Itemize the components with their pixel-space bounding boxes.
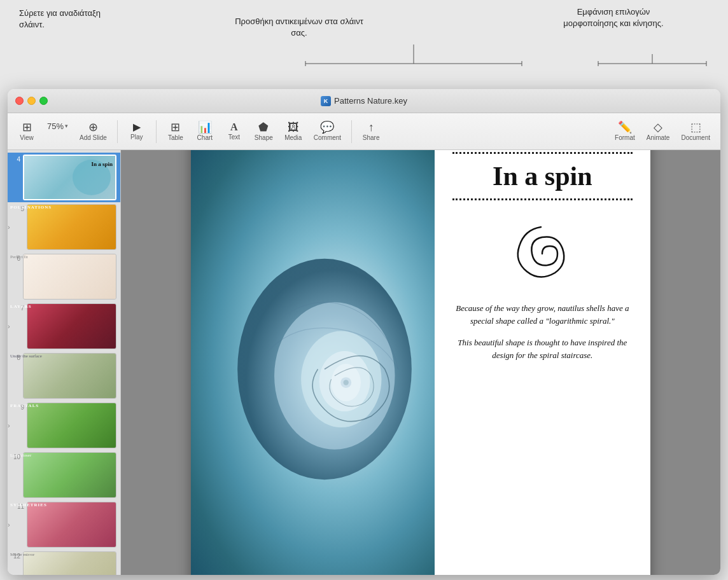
slide-item-5[interactable]: › 5 POLLINATIONS bbox=[8, 202, 120, 252]
traffic-lights bbox=[15, 97, 48, 105]
slide-title: In a spin bbox=[493, 163, 592, 190]
zoom-icon: 75% ▾ bbox=[47, 122, 68, 130]
text-icon: A bbox=[230, 122, 238, 132]
toolbar: ⊞ View 75% ▾ z ⊕ Add Slide ▶ Play ⊞ Tabl… bbox=[8, 113, 720, 150]
titlebar: K Patterns Nature.key bbox=[8, 89, 720, 113]
chart-button[interactable]: 📊 Chart bbox=[191, 119, 219, 144]
add-slide-button[interactable]: ⊕ Add Slide bbox=[74, 119, 112, 144]
toolbar-separator-1 bbox=[117, 120, 118, 143]
document-icon: ⬚ bbox=[690, 121, 701, 133]
slide-thumbnail-10: Look closer bbox=[23, 452, 116, 498]
shell-image bbox=[191, 150, 435, 575]
nautilus-svg bbox=[223, 235, 426, 490]
callout-brackets bbox=[0, 0, 728, 89]
slide-thumbnail-6: Perfect fit bbox=[23, 254, 116, 300]
minimize-button[interactable] bbox=[27, 97, 36, 105]
slide-right-panel: In a spin Because of the way they grow, … bbox=[435, 150, 650, 575]
share-button[interactable]: ↑ Share bbox=[357, 119, 385, 144]
slide-canvas: In a spin Because of the way they grow, … bbox=[191, 150, 650, 575]
slide-item-8[interactable]: 8 Under the surface bbox=[8, 351, 120, 401]
svg-point-15 bbox=[344, 380, 349, 385]
play-icon: ▶ bbox=[133, 122, 141, 132]
callout-area: Σύρετε για αναδιάταξη σλάιντ. Προσθήκη α… bbox=[0, 0, 728, 89]
view-icon: ⊞ bbox=[22, 121, 32, 133]
slide-thumbnail-4: In a spin bbox=[23, 155, 116, 200]
spiral-svg bbox=[504, 216, 580, 292]
body-area: 4 In a spin › 5 POLLINAT bbox=[8, 150, 720, 575]
slide-item-10[interactable]: 10 Look closer bbox=[8, 450, 120, 500]
slide-body-text-1: Because of the way they grow, nautilus s… bbox=[452, 302, 633, 328]
media-icon: 🖼 bbox=[288, 121, 299, 133]
callout-right: Εμφάνιση επιλογών μορφοποίησης και κίνησ… bbox=[550, 6, 677, 29]
callout-center: Προσθήκη αντικειμένων στα σλάιντ σας. bbox=[229, 16, 369, 39]
fullscreen-button[interactable] bbox=[39, 97, 48, 105]
media-button[interactable]: 🖼 Media bbox=[279, 119, 307, 144]
window-title: K Patterns Nature.key bbox=[321, 96, 407, 106]
toolbar-separator-3 bbox=[351, 120, 352, 143]
canvas-area[interactable]: In a spin Because of the way they grow, … bbox=[121, 150, 720, 575]
play-button[interactable]: ▶ Play bbox=[123, 120, 151, 143]
slide-thumbnail-5: POLLINATIONS bbox=[27, 204, 116, 250]
app-window: K Patterns Nature.key ⊞ View 75% ▾ z ⊕ A… bbox=[8, 89, 720, 575]
callout-left: Σύρετε για αναδιάταξη σλάιντ. bbox=[19, 8, 102, 31]
dotted-line-bottom bbox=[452, 198, 633, 200]
toolbar-separator-2 bbox=[156, 120, 157, 143]
slide-thumbnail-11: SYMMETRIES bbox=[27, 502, 116, 548]
animate-icon: ◇ bbox=[654, 121, 662, 133]
slide-thumbnail-8: Under the surface bbox=[23, 353, 116, 399]
animate-button[interactable]: ◇ Animate bbox=[641, 119, 675, 144]
slide-thumbnail-12: Mirror mirror bbox=[23, 551, 116, 575]
slide-item-12[interactable]: 12 Mirror mirror bbox=[8, 549, 120, 575]
shape-button[interactable]: ⬟ Shape bbox=[249, 119, 278, 144]
keynote-app-icon: K bbox=[321, 96, 331, 106]
slide-item-9[interactable]: › 9 FRACTALS bbox=[8, 401, 120, 450]
dotted-line-top bbox=[452, 152, 633, 154]
document-button[interactable]: ⬚ Document bbox=[676, 119, 715, 144]
table-button[interactable]: ⊞ Table bbox=[162, 119, 190, 144]
slide-body-text-2: This beautiful shape is thought to have … bbox=[452, 336, 633, 362]
add-slide-icon: ⊕ bbox=[88, 121, 98, 133]
slide-item-6[interactable]: 6 Perfect fit bbox=[8, 252, 120, 301]
close-button[interactable] bbox=[15, 97, 24, 105]
table-icon: ⊞ bbox=[171, 121, 180, 133]
shape-icon: ⬟ bbox=[258, 121, 269, 133]
slide-panel[interactable]: 4 In a spin › 5 POLLINAT bbox=[8, 150, 121, 575]
slide-item-4[interactable]: 4 In a spin bbox=[8, 153, 120, 202]
slide-thumbnail-7: LAYERS bbox=[27, 303, 116, 349]
comment-button[interactable]: 💬 Comment bbox=[309, 119, 346, 144]
view-button[interactable]: ⊞ View bbox=[13, 119, 41, 144]
zoom-caret-icon: ▾ bbox=[65, 123, 68, 129]
slide-item-11[interactable]: › 11 SYMMETRIES bbox=[8, 500, 120, 549]
format-button[interactable]: ✏️ Format bbox=[610, 119, 640, 144]
comment-icon: 💬 bbox=[320, 121, 334, 133]
text-button[interactable]: A Text bbox=[220, 120, 248, 143]
slide-item-7[interactable]: › 7 LAYERS bbox=[8, 301, 120, 351]
share-icon: ↑ bbox=[368, 121, 374, 133]
zoom-button[interactable]: 75% ▾ z bbox=[42, 120, 73, 143]
slide-thumbnail-9: FRACTALS bbox=[27, 403, 116, 448]
format-icon: ✏️ bbox=[618, 121, 632, 133]
chart-icon: 📊 bbox=[198, 121, 212, 133]
